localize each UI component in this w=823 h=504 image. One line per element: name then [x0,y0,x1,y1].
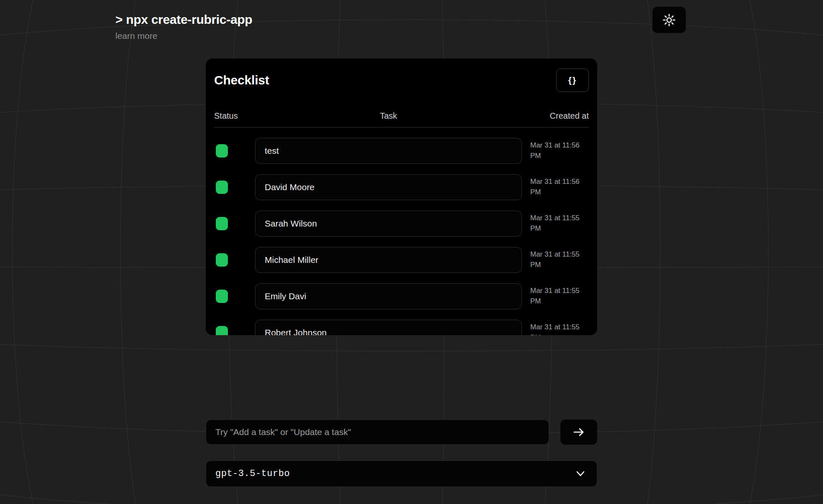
task-created-at: Mar 31 at 11:55 PM [530,286,585,306]
task-input[interactable] [255,247,522,273]
task-list: Mar 31 at 11:56 PM Mar 31 at 11:56 PM Ma… [214,132,589,335]
table-column-headers: Status Task Created at [214,111,589,121]
status-cell [214,326,247,336]
header-divider [214,127,589,127]
column-header-created-at: Created at [530,111,589,121]
task-created-at: Mar 31 at 11:55 PM [530,213,585,234]
theme-toggle-button[interactable] [652,7,686,33]
status-cell [214,217,247,230]
task-row: Mar 31 at 11:55 PM [214,205,589,242]
chevron-down-icon [575,470,586,478]
task-row: Mar 31 at 11:55 PM [214,242,589,278]
column-header-task: Task [255,111,522,121]
status-checkbox[interactable] [216,253,228,267]
status-checkbox[interactable] [216,217,228,230]
status-cell [214,181,247,194]
task-cell [255,320,522,336]
task-cell [255,283,522,309]
task-cell [255,211,522,237]
task-input[interactable] [255,211,522,237]
app-header: > npx create-rubric-app learn more [115,13,252,41]
task-created-at: Mar 31 at 11:55 PM [530,322,585,335]
status-cell [214,253,247,267]
task-cell [255,247,522,273]
sun-icon [662,13,676,27]
model-select[interactable]: gpt-3.5-turbo [206,461,597,487]
status-cell [214,144,247,158]
status-cell [214,290,247,303]
task-row: Mar 31 at 11:56 PM [214,169,589,205]
submit-button[interactable] [560,420,597,445]
app-title: > npx create-rubric-app [115,13,252,27]
arrow-right-icon [572,426,585,438]
task-input[interactable] [255,174,522,200]
task-input[interactable] [255,283,522,309]
task-input[interactable] [255,138,522,164]
task-command-input[interactable] [206,420,549,445]
status-checkbox[interactable] [216,290,228,303]
task-cell [255,138,522,164]
task-cell [255,174,522,200]
checklist-card: Checklist {} Status Task Created at Mar … [206,59,597,335]
checklist-title: Checklist [214,73,269,87]
learn-more-link[interactable]: learn more [115,31,157,41]
model-select-value: gpt-3.5-turbo [215,468,290,479]
task-created-at: Mar 31 at 11:56 PM [530,140,585,161]
status-checkbox[interactable] [216,326,228,336]
task-row: Mar 31 at 11:55 PM [214,314,589,335]
task-row: Mar 31 at 11:56 PM [214,132,589,169]
page: > npx create-rubric-app learn more Check… [0,0,823,504]
status-checkbox[interactable] [216,181,228,194]
task-created-at: Mar 31 at 11:56 PM [530,177,585,197]
checklist-card-header: Checklist {} [214,69,589,92]
task-row: Mar 31 at 11:55 PM [214,278,589,314]
json-view-button[interactable]: {} [556,69,589,92]
status-checkbox[interactable] [216,144,228,158]
task-created-at: Mar 31 at 11:55 PM [530,249,585,270]
task-input[interactable] [255,320,522,336]
column-header-status: Status [214,111,247,121]
